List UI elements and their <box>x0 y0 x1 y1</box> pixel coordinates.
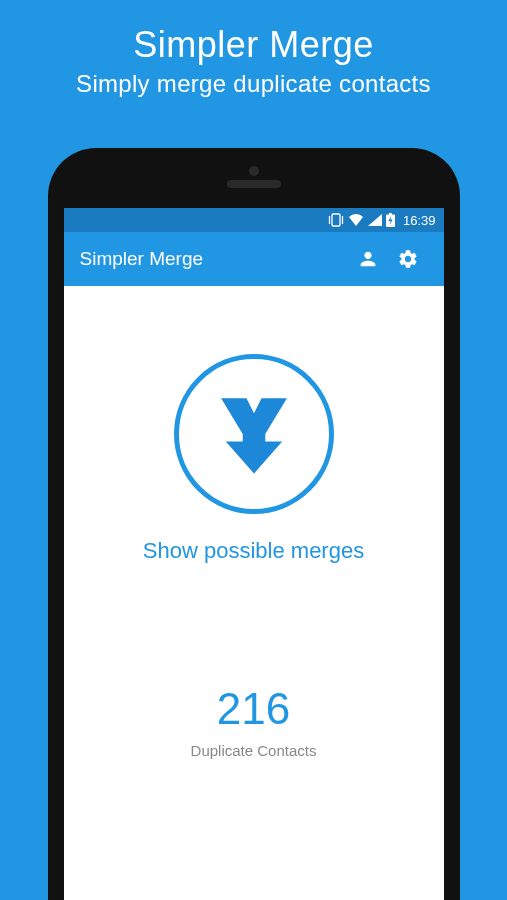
status-bar: 16:39 <box>64 208 444 232</box>
battery-icon <box>386 213 395 227</box>
vibrate-icon <box>328 213 344 227</box>
duplicate-count: 216 <box>217 684 290 734</box>
show-merges-button[interactable] <box>174 354 334 514</box>
app-title: Simpler Merge <box>80 248 348 270</box>
screen: 16:39 Simpler Merge Show possible merges… <box>64 208 444 900</box>
gear-icon <box>397 248 419 270</box>
phone-speaker <box>227 180 281 188</box>
person-icon <box>357 248 379 270</box>
duplicate-count-label: Duplicate Contacts <box>191 742 317 759</box>
app-bar: Simpler Merge <box>64 232 444 286</box>
settings-button[interactable] <box>388 239 428 279</box>
wifi-icon <box>348 214 364 226</box>
main-content: Show possible merges 216 Duplicate Conta… <box>64 286 444 900</box>
show-merges-label[interactable]: Show possible merges <box>143 538 364 564</box>
merge-down-icon <box>207 387 301 481</box>
svg-rect-4 <box>389 213 392 215</box>
promo-subtitle: Simply merge duplicate contacts <box>0 70 507 98</box>
phone-sensor <box>249 166 259 176</box>
promo-title: Simpler Merge <box>0 24 507 66</box>
profile-button[interactable] <box>348 239 388 279</box>
phone-frame: 16:39 Simpler Merge Show possible merges… <box>48 148 460 900</box>
status-time: 16:39 <box>403 213 436 228</box>
svg-rect-0 <box>332 214 340 226</box>
signal-icon <box>368 214 382 226</box>
